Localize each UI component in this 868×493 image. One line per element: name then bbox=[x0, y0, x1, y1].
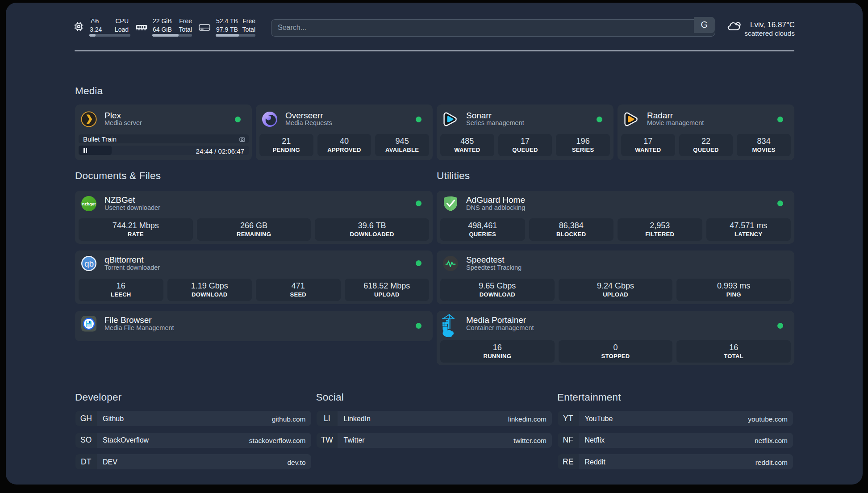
svg-text:nzbget: nzbget bbox=[82, 201, 96, 206]
svg-text:qb: qb bbox=[84, 259, 94, 268]
